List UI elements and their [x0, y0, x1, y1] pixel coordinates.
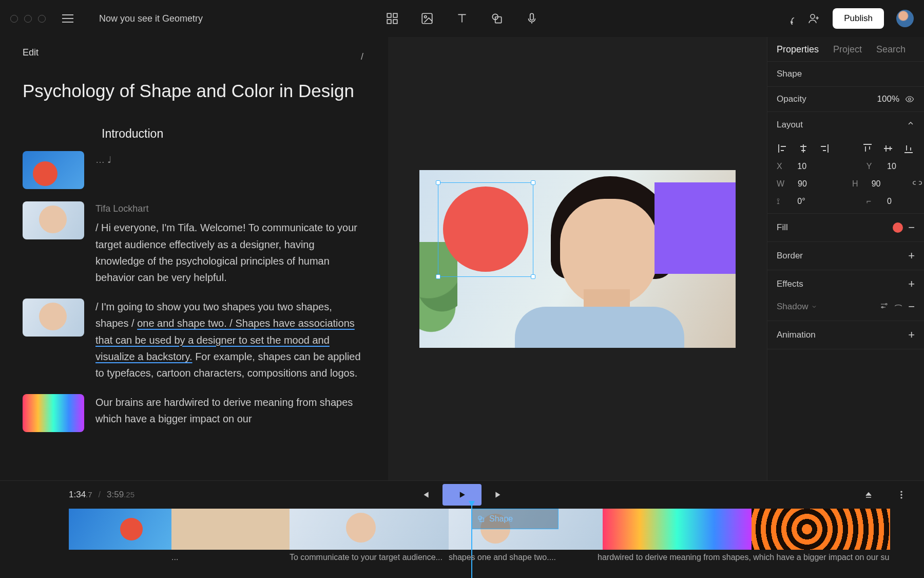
- video-frame: [419, 170, 736, 348]
- align-vcenter-icon[interactable]: [882, 142, 894, 155]
- clip-caption: ...: [171, 553, 178, 562]
- layout-label: Layout: [777, 120, 803, 130]
- opacity-value[interactable]: 100%: [877, 94, 899, 104]
- x-value[interactable]: 10: [797, 162, 825, 171]
- more-icon[interactable]: [891, 484, 912, 505]
- svg-point-5: [425, 16, 427, 18]
- svg-point-11: [886, 303, 887, 305]
- rotation-icon: ⟟: [777, 197, 784, 206]
- timeline-clip[interactable]: [69, 509, 171, 550]
- resize-handle[interactable]: [436, 274, 440, 279]
- link-dimensions-icon[interactable]: [913, 179, 922, 189]
- transcript-text[interactable]: Our brains are hardwired to derive meani…: [95, 394, 365, 432]
- rotation-value[interactable]: 0°: [797, 197, 825, 206]
- add-border-icon[interactable]: +: [908, 249, 915, 263]
- resize-handle[interactable]: [531, 180, 535, 185]
- border-label: Border: [777, 251, 803, 261]
- svg-point-14: [900, 494, 902, 495]
- text-icon[interactable]: [455, 12, 469, 25]
- avatar[interactable]: [896, 10, 914, 27]
- fill-swatch[interactable]: [893, 222, 903, 233]
- svg-rect-4: [422, 13, 432, 24]
- scene-thumbnail[interactable]: [23, 201, 84, 239]
- edit-label[interactable]: Edit: [23, 47, 365, 58]
- timeline-clip[interactable]: [603, 509, 752, 550]
- w-label: W: [777, 179, 784, 189]
- add-user-icon[interactable]: [807, 12, 820, 25]
- transcript-text[interactable]: / Hi everyone, I'm Tifa. Welcome! To com…: [95, 219, 365, 286]
- align-bottom-icon[interactable]: [902, 142, 915, 155]
- script-panel: Edit / Psychology of Shape and Color in …: [0, 37, 388, 480]
- tab-project[interactable]: Project: [833, 44, 862, 55]
- effect-settings-icon[interactable]: [879, 301, 889, 313]
- timeline-clip[interactable]: [290, 509, 449, 550]
- svg-point-10: [909, 98, 911, 101]
- timeline-clip[interactable]: [752, 509, 890, 550]
- clip-caption: hardwired to derive meaning from shapes,…: [598, 553, 889, 562]
- traffic-max-icon[interactable]: [38, 15, 46, 23]
- tab-properties[interactable]: Properties: [777, 44, 819, 55]
- resize-handle[interactable]: [436, 180, 440, 185]
- play-button[interactable]: [442, 484, 482, 506]
- current-time: 1:34.7: [69, 490, 92, 500]
- opacity-label: Opacity: [777, 94, 806, 104]
- y-label: Y: [867, 162, 874, 171]
- align-left-icon[interactable]: [777, 142, 789, 155]
- eject-icon[interactable]: [858, 484, 879, 505]
- y-value[interactable]: 10: [887, 162, 915, 171]
- section-heading[interactable]: Introduction: [102, 127, 365, 141]
- shadow-label[interactable]: Shadow: [777, 302, 808, 312]
- add-effect-icon[interactable]: +: [908, 277, 915, 291]
- align-hcenter-icon[interactable]: [797, 142, 810, 155]
- remove-fill-icon[interactable]: −: [908, 221, 915, 234]
- remove-effect-icon[interactable]: −: [908, 300, 915, 313]
- project-title[interactable]: Now you see it Geometry: [99, 13, 203, 24]
- publish-button[interactable]: Publish: [833, 8, 884, 29]
- svg-point-15: [900, 497, 902, 498]
- shape-icon[interactable]: [490, 12, 504, 25]
- window-controls[interactable]: [10, 15, 46, 23]
- effect-visibility-icon[interactable]: [894, 301, 903, 313]
- scene-thumbnail[interactable]: [23, 299, 84, 337]
- traffic-close-icon[interactable]: [10, 15, 18, 23]
- resize-handle[interactable]: [531, 274, 535, 279]
- slash-hint: /: [361, 51, 363, 62]
- timeline[interactable]: Shape ... To communicate to your target …: [0, 509, 924, 578]
- inspector-panel: Properties Project Search Shape Opacity …: [767, 37, 924, 480]
- traffic-min-icon[interactable]: [24, 15, 32, 23]
- h-value[interactable]: 90: [872, 179, 899, 189]
- selection-box[interactable]: [438, 182, 533, 277]
- canvas[interactable]: [388, 37, 767, 480]
- svg-rect-2: [387, 20, 391, 24]
- x-label: X: [777, 162, 784, 171]
- w-value[interactable]: 90: [798, 179, 825, 189]
- shape-square[interactable]: [654, 182, 736, 274]
- timeline-clip[interactable]: [171, 509, 290, 550]
- chat-icon[interactable]: [781, 12, 795, 25]
- tab-search[interactable]: Search: [876, 44, 906, 55]
- document-title[interactable]: Psychology of Shape and Color in Design: [23, 81, 365, 101]
- total-time: 3:59.25: [107, 490, 134, 500]
- next-button[interactable]: [489, 484, 509, 505]
- prev-button[interactable]: [415, 484, 435, 505]
- menu-button[interactable]: [62, 14, 73, 23]
- fill-label: Fill: [777, 222, 788, 233]
- h-label: H: [852, 179, 858, 189]
- shape-clip[interactable]: Shape: [471, 509, 559, 529]
- mic-icon[interactable]: [525, 12, 538, 25]
- scene-thumbnail[interactable]: [23, 151, 84, 189]
- shape-header: Shape: [777, 69, 802, 79]
- grid-icon[interactable]: [386, 12, 399, 25]
- svg-rect-1: [393, 13, 397, 17]
- add-animation-icon[interactable]: +: [908, 328, 915, 342]
- clip-caption: To communicate to your target audience..…: [290, 553, 442, 562]
- chevron-up-icon[interactable]: [907, 119, 915, 130]
- clip-caption: shapes one and shape two....: [449, 553, 556, 562]
- corner-value[interactable]: 0: [887, 197, 915, 206]
- image-icon[interactable]: [420, 12, 434, 25]
- align-top-icon[interactable]: [861, 142, 874, 155]
- align-right-icon[interactable]: [818, 142, 830, 155]
- visibility-icon[interactable]: [904, 94, 915, 104]
- svg-rect-8: [530, 13, 534, 20]
- scene-thumbnail[interactable]: [23, 394, 84, 432]
